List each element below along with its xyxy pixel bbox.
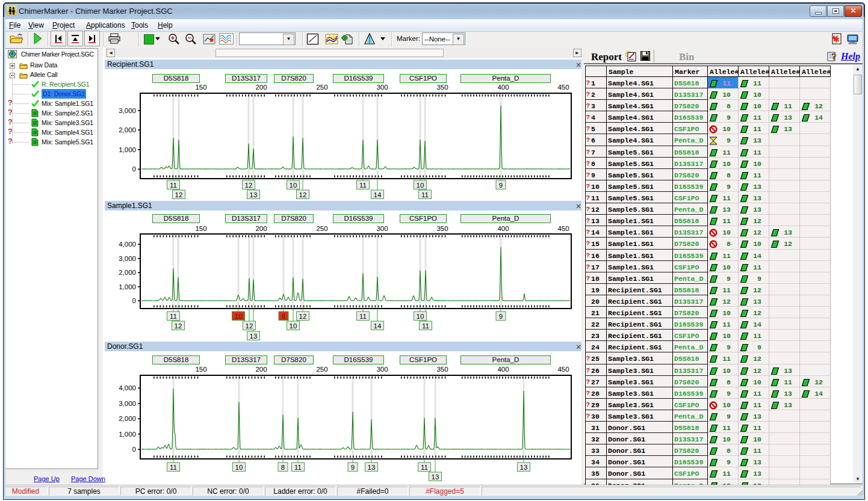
svg-text:3,000: 3,000 — [119, 400, 136, 407]
svg-text:9: 9 — [351, 464, 355, 471]
svg-text:9: 9 — [499, 182, 503, 189]
svg-text:10: 10 — [417, 313, 424, 320]
svg-text:8: 8 — [281, 464, 285, 471]
svg-text:14: 14 — [374, 191, 382, 198]
svg-text:14: 14 — [374, 322, 382, 330]
svg-text:11: 11 — [421, 464, 428, 471]
svg-text:11: 11 — [422, 322, 429, 330]
svg-text:0: 0 — [132, 165, 136, 173]
svg-text:13: 13 — [250, 191, 258, 198]
svg-text:13: 13 — [368, 464, 376, 471]
svg-text:12: 12 — [245, 182, 253, 189]
svg-text:2,000: 2,000 — [119, 415, 136, 422]
svg-text:2,000: 2,000 — [119, 126, 136, 134]
svg-text:1,000: 1,000 — [119, 283, 136, 290]
svg-text:1,000: 1,000 — [119, 431, 136, 438]
svg-text:11: 11 — [421, 191, 429, 198]
svg-text:11: 11 — [294, 464, 302, 471]
svg-text:9: 9 — [499, 313, 503, 320]
svg-text:13: 13 — [250, 333, 258, 340]
svg-text:2,000: 2,000 — [119, 269, 136, 276]
svg-text:10: 10 — [235, 464, 243, 471]
svg-text:10: 10 — [417, 182, 424, 189]
svg-text:11: 11 — [170, 464, 177, 471]
svg-text:10: 10 — [235, 313, 243, 320]
svg-text:11: 11 — [359, 182, 367, 189]
svg-text:4,000: 4,000 — [119, 241, 136, 248]
svg-text:3,000: 3,000 — [119, 255, 136, 262]
svg-text:0: 0 — [132, 297, 136, 304]
svg-text:8: 8 — [282, 313, 285, 320]
svg-text:11: 11 — [170, 182, 177, 189]
svg-text:10: 10 — [290, 182, 297, 189]
svg-text:12: 12 — [299, 191, 307, 198]
svg-text:10: 10 — [290, 322, 297, 330]
svg-text:12: 12 — [246, 322, 253, 330]
svg-text:13: 13 — [520, 464, 528, 471]
svg-text:4,000: 4,000 — [119, 384, 136, 392]
svg-text:12: 12 — [175, 191, 183, 198]
svg-text:?: ? — [832, 52, 837, 61]
svg-text:13: 13 — [432, 473, 439, 481]
svg-text:11: 11 — [170, 313, 177, 320]
svg-text:3,000: 3,000 — [119, 107, 136, 114]
svg-text:11: 11 — [359, 313, 367, 320]
svg-text:12: 12 — [175, 322, 182, 330]
svg-text:12: 12 — [299, 313, 307, 320]
svg-text:0: 0 — [132, 446, 136, 453]
svg-text:1,000: 1,000 — [119, 146, 136, 153]
